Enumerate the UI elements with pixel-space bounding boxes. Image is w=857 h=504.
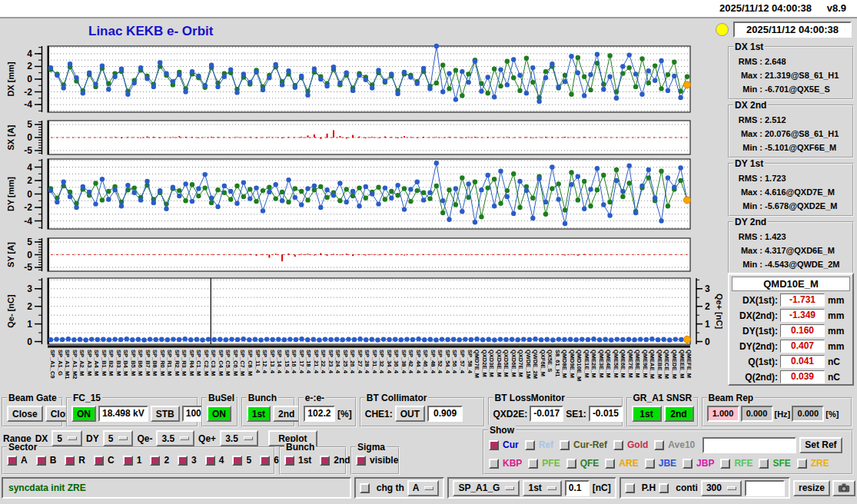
gr-a1-1st-button[interactable]: 1st [632, 406, 662, 422]
sector-label-b: B [50, 455, 57, 466]
stat-line: Min :-5.101@QXF6E_M [733, 141, 849, 154]
fc15-stb-button[interactable]: STB [151, 406, 180, 422]
range-qem-label: Qe- [137, 433, 152, 444]
sector-checkbox-b[interactable] [36, 456, 46, 466]
sigma-checkbox-visible[interactable] [356, 456, 366, 466]
svg-text:SP_C3_M: SP_C3_M [210, 350, 217, 376]
show-label-cur-ref: Cur-Ref [573, 439, 607, 450]
show-checkbox-kbp[interactable] [489, 459, 499, 469]
bt-lossmonitor-title: BT LossMonitor [493, 393, 566, 403]
resize-button[interactable]: resize [793, 480, 830, 496]
range-qem-dropdown[interactable]: 3.5 [156, 430, 194, 446]
option-menu-indicator-icon [244, 436, 253, 440]
svg-text:SP_A1_C9: SP_A1_C9 [49, 350, 56, 379]
show-checkbox-rfe[interactable] [720, 459, 730, 469]
busel-on-button[interactable]: ON [207, 406, 231, 422]
svg-text:SP_11_4: SP_11_4 [254, 350, 261, 373]
bunch-select-checkbox-1st[interactable] [284, 456, 294, 466]
show-item-rfe: RFE [720, 458, 752, 469]
svg-text:DX [mm]: DX [mm] [6, 61, 15, 97]
screenshot-button[interactable] [832, 480, 855, 496]
chg-th-dropdown[interactable]: A [407, 480, 440, 496]
ph-checkbox[interactable] [625, 483, 635, 493]
show-checkbox-jbe[interactable] [645, 459, 655, 469]
sector-checkbox-2[interactable] [150, 456, 160, 466]
svg-text:QWDE_2M: QWDE_2M [532, 350, 539, 379]
bunch-dropdown[interactable]: 1st [523, 480, 561, 496]
show-item-ref: Ref [525, 439, 553, 450]
stats-group-title: DY 2nd [733, 217, 768, 227]
show-checkbox-jbp[interactable] [683, 459, 693, 469]
range-qep-label: Qe+ [198, 433, 216, 444]
fc15-on-button[interactable]: ON [71, 406, 96, 422]
range-dx-dropdown[interactable]: 5 [51, 430, 82, 446]
sector-checkbox-r[interactable] [65, 456, 75, 466]
ee-ratio-group: e-:e- 102.2 [%] [298, 397, 357, 427]
aux-input[interactable] [745, 480, 785, 496]
svg-text:2: 2 [27, 301, 32, 312]
che1-out-button[interactable]: OUT [395, 406, 425, 422]
chg-th-checkbox[interactable] [360, 483, 370, 493]
beam-rep-group: Beam Rep 1.000 0.000 [Hz] 0.000 [%] [702, 397, 853, 427]
sector-checkbox-1[interactable] [123, 456, 133, 466]
svg-text:SP_C2_M: SP_C2_M [203, 350, 210, 376]
sector-item-a: A [7, 455, 28, 466]
set-ref-button[interactable]: Set Ref [799, 437, 842, 453]
svg-text:SP_C5_M: SP_C5_M [224, 350, 231, 376]
sector-checkbox-6[interactable] [260, 456, 270, 466]
bunch-select-checkbox-2nd[interactable] [320, 456, 330, 466]
show-checkbox-cur-ref[interactable] [560, 440, 570, 450]
beam-rep-value-3: 0.000 [792, 406, 824, 422]
show-checkbox-ave10[interactable] [654, 440, 664, 450]
svg-text:QME9E_M: QME9E_M [642, 350, 649, 378]
beam-gate-close-button-1[interactable]: Close [7, 406, 43, 422]
stat-line: Max :4.616@QXD7E_M [733, 185, 849, 199]
show-checkbox-sfe[interactable] [759, 459, 769, 469]
show-checkbox-are[interactable] [605, 459, 615, 469]
svg-text:QMD10E_M: QMD10E_M [576, 350, 583, 381]
show-checkbox-zre[interactable] [797, 459, 807, 469]
sector-label-1: 1 [137, 455, 142, 466]
sector-label-5: 5 [246, 455, 251, 466]
sp-dropdown[interactable]: SP_A1_G [453, 480, 520, 496]
svg-text:SP_B8_M: SP_B8_M [151, 350, 158, 376]
sector-checkbox-5[interactable] [232, 456, 242, 466]
svg-text:SP_R0_M: SP_R0_M [159, 350, 166, 376]
points-dropdown[interactable]: 300 [701, 480, 742, 496]
sector-item-2: 2 [150, 455, 169, 466]
svg-text:0: 0 [27, 189, 32, 200]
controls-row-1: Beam Gate Close Close FC_15 ON 18.498 kV… [2, 397, 855, 427]
show-checkbox-ref[interactable] [525, 440, 535, 450]
show-checkbox-qfe[interactable] [566, 459, 576, 469]
sigma-group: Sigma visible [350, 446, 400, 475]
svg-text:QXD7E_M: QXD7E_M [517, 350, 524, 377]
sector-checkbox-a[interactable] [7, 456, 17, 466]
range-qep-dropdown[interactable]: 3.5 [220, 430, 258, 446]
sector-checkbox-c[interactable] [94, 456, 104, 466]
sector-checkbox-4[interactable] [205, 456, 215, 466]
show-item-qfe: QFE [566, 458, 600, 469]
show-checkbox-cur[interactable] [489, 440, 499, 450]
threshold-input[interactable] [565, 480, 590, 496]
sector-label-r: R [78, 455, 85, 466]
show-checkbox-gold[interactable] [613, 440, 623, 450]
svg-text:-4: -4 [24, 99, 32, 110]
conti-checkbox[interactable] [659, 483, 669, 493]
threshold-unit: [nC] [593, 482, 611, 493]
gr-a1-2nd-button[interactable]: 2nd [664, 406, 694, 422]
show-group: Show CurRefCur-RefGoldAve10 Set Ref KBPP… [483, 429, 853, 475]
sector-label-4: 4 [219, 455, 224, 466]
show-checkbox-pfe[interactable] [528, 459, 538, 469]
bt-collimator-title: BT Collimator [365, 393, 429, 403]
svg-text:QXD6E_M: QXD6E_M [510, 350, 517, 377]
show-label-kbp: KBP [503, 458, 522, 469]
bunch-1st-button[interactable]: 1st [247, 406, 271, 422]
range-dy-dropdown[interactable]: 5 [103, 430, 134, 446]
svg-text:0: 0 [27, 74, 32, 85]
sector-checkbox-3[interactable] [178, 456, 188, 466]
bunch-2nd-button[interactable]: 2nd [273, 406, 300, 422]
ref-name-input[interactable] [703, 437, 796, 453]
sp-value: SP_A1_G [458, 482, 500, 493]
statistics-panel: DX 1stRMS :2.648Max :21.319@S8_61_H1Min … [728, 41, 854, 277]
svg-text:1: 1 [705, 319, 710, 330]
